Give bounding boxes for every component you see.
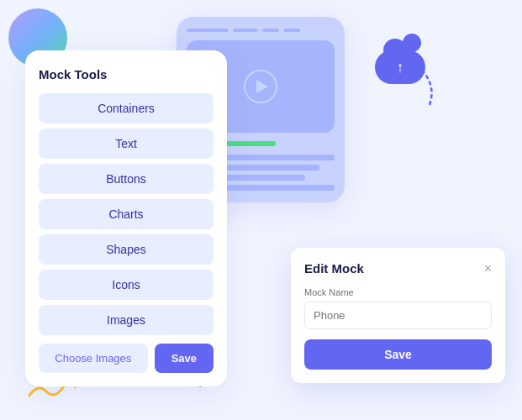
phone-bar-line-short	[262, 29, 279, 32]
phone-top-bar	[187, 29, 335, 32]
tool-item-text[interactable]: Text	[39, 129, 214, 159]
tool-item-buttons[interactable]: Buttons	[39, 164, 214, 194]
mock-name-input[interactable]	[304, 302, 492, 329]
choose-images-button[interactable]: Choose Images	[39, 344, 148, 373]
mock-name-label: Mock Name	[304, 287, 492, 297]
phone-bar-line-short2	[283, 29, 300, 32]
edit-mock-dialog: Edit Mock × Mock Name Save	[291, 248, 505, 383]
mock-tools-panel: Mock Tools Containers Text Buttons Chart…	[25, 50, 227, 386]
tool-item-containers[interactable]: Containers	[39, 93, 214, 123]
phone-bar-line-long	[187, 29, 229, 32]
phone-bar-line-med	[233, 29, 258, 32]
tool-item-charts[interactable]: Charts	[39, 199, 214, 229]
tool-item-icons[interactable]: Icons	[39, 270, 214, 300]
dialog-title: Edit Mock	[304, 261, 364, 276]
play-triangle	[256, 80, 268, 93]
cloud-shape: ↑	[375, 50, 425, 84]
panel-save-button[interactable]: Save	[155, 344, 214, 373]
dialog-header: Edit Mock ×	[304, 261, 492, 276]
mock-tools-title: Mock Tools	[39, 67, 214, 81]
dialog-save-button[interactable]: Save	[304, 339, 492, 370]
tool-item-images[interactable]: Images	[39, 305, 214, 335]
cloud-upload-container: ↑	[375, 50, 425, 84]
dialog-close-button[interactable]: ×	[484, 262, 492, 276]
panel-footer: Choose Images Save	[39, 344, 214, 373]
tool-item-shapes[interactable]: Shapes	[39, 234, 214, 265]
play-icon	[244, 70, 277, 103]
upload-arrow-icon: ↑	[397, 59, 404, 76]
